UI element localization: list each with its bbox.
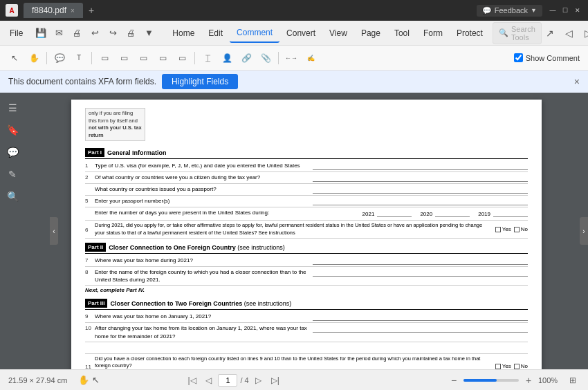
table-row (85, 342, 528, 354)
sidebar-search-icon[interactable]: 🔍 (3, 187, 22, 206)
menu-convert[interactable]: Convert (279, 24, 322, 42)
back-icon-btn[interactable]: ◁ (561, 25, 578, 41)
last-page-button[interactable]: ▷| (268, 373, 282, 387)
save-icon-btn[interactable]: 💾 (33, 25, 49, 41)
measure-btn[interactable]: ←→ (282, 49, 300, 67)
print2-icon-btn[interactable]: 🖨 (122, 25, 139, 41)
minimize-button[interactable]: — (548, 6, 558, 15)
sidebar-annotation-icon[interactable]: ✎ (3, 165, 22, 184)
fit-page-button[interactable]: ⊞ (566, 373, 580, 387)
search-tools-field[interactable]: 🔍 Search Tools (493, 22, 542, 44)
comment-btn[interactable]: 💬 (50, 49, 68, 67)
table-row: Enter the number of days you were presen… (85, 207, 528, 221)
menu-home[interactable]: Home (165, 24, 201, 42)
search-tools-placeholder: Search Tools (511, 25, 535, 41)
comment-toolbar: ↖ ✋ 💬 T ▭ ▭ ▭ ▭ ▭ ⌶ 👤 🔗 📎 ←→ ✍ Show Comm… (0, 46, 588, 71)
menu-items: Home Edit Comment Convert View Page Tool… (165, 24, 490, 43)
forward-icon-btn[interactable]: ▷ (580, 25, 588, 41)
menu-file[interactable]: File (3, 24, 30, 42)
attach-btn[interactable]: 📎 (257, 49, 275, 67)
maximize-button[interactable]: ☐ (560, 6, 570, 15)
redo-icon-btn[interactable]: ↪ (104, 25, 121, 41)
menu-right-buttons: ↗ ◁ ▷ (542, 25, 588, 41)
app-logo: A (6, 4, 18, 17)
menu-bar: File 💾 ✉ 🖨 ↩ ↪ 🖨 ▼ Home Edit Comment Con… (0, 21, 588, 46)
menu-form[interactable]: Form (416, 24, 450, 42)
xfa-notification-bar: This document contains XFA form fields. … (0, 71, 588, 93)
select-cursor-icon[interactable]: ↖ (92, 375, 100, 385)
strikethrough-btn[interactable]: ▭ (134, 49, 152, 67)
menu-page[interactable]: Page (354, 24, 387, 42)
table-row: 2 Of what country or countries were you … (85, 172, 528, 184)
stamp-btn[interactable]: 👤 (218, 49, 236, 67)
table-row: 5 Enter your passport number(s) (85, 196, 528, 207)
share-icon-btn[interactable]: ↗ (542, 25, 558, 41)
print-icon-btn[interactable]: 🖨 (68, 25, 85, 41)
shape-btn[interactable]: ▭ (154, 49, 172, 67)
xfa-close-button[interactable]: × (574, 76, 580, 87)
menu-comment[interactable]: Comment (230, 24, 279, 43)
pan-tool-btn[interactable]: ✋ (25, 49, 43, 67)
form-header-note: Type of U.S. visa (for example, F, J, M,… (85, 108, 145, 141)
table-row: 7 Where was your tax home during 2021? (85, 255, 528, 267)
text-comment-btn[interactable]: T (70, 49, 88, 67)
part-iii-section: Part III Closer Connection to Two Foreig… (85, 297, 528, 369)
undo-icon-btn[interactable]: ↩ (86, 25, 103, 41)
menu-edit[interactable]: Edit (201, 24, 230, 42)
main-area: ☰ 🔖 💬 ✎ 🔍 Type of U.S. visa (for example… (0, 93, 588, 369)
insert-btn[interactable]: ⌶ (199, 49, 217, 67)
toolbar-icon-group: 💾 ✉ 🖨 ↩ ↪ 🖨 ▼ (33, 25, 157, 41)
page-separator: / 4 (240, 376, 248, 384)
zoom-out-button[interactable]: − (447, 373, 461, 387)
menu-view[interactable]: View (322, 24, 354, 42)
menu-tool[interactable]: Tool (387, 24, 416, 42)
highlight-btn[interactable]: ▭ (95, 49, 113, 67)
arrow-btn[interactable]: ▭ (173, 49, 191, 67)
highlight-fields-button[interactable]: Highlight Fields (162, 74, 238, 89)
pan-cursor-icon[interactable]: ✋ (78, 375, 89, 385)
close-window-button[interactable]: ✕ (573, 6, 582, 15)
feedback-label: Feedback (495, 6, 528, 15)
page-dimensions: 21.59 × 27.94 cm (8, 376, 67, 384)
part-ii-header: Part II (85, 243, 106, 252)
left-panel-toggle[interactable]: ‹ (50, 217, 58, 245)
part-iii-title: Closer Connection to Two Foreign Countri… (110, 300, 291, 307)
show-comments-checkbox[interactable] (514, 53, 523, 62)
next-page-button[interactable]: ▷ (252, 373, 266, 387)
feedback-button[interactable]: 💬 Feedback ▼ (477, 5, 542, 17)
feedback-icon: 💬 (482, 6, 492, 15)
sidebar-comment-icon[interactable]: 💬 (3, 142, 22, 162)
toolbar-sep-2 (91, 52, 92, 64)
zoom-in-button[interactable]: + (522, 373, 535, 387)
close-tab-button[interactable]: × (71, 7, 75, 15)
file-tab[interactable]: f8840.pdf × (24, 3, 83, 18)
add-tab-button[interactable]: + (83, 5, 100, 16)
page-navigation: |◁ ◁ / 4 ▷ ▷| (185, 373, 282, 387)
link-btn[interactable]: 🔗 (237, 49, 255, 67)
pdf-viewer: Type of U.S. visa (for example, F, J, M,… (25, 93, 588, 369)
underline-btn[interactable]: ▭ (115, 49, 133, 67)
menu-protect[interactable]: Protect (450, 24, 490, 42)
email-icon-btn[interactable]: ✉ (50, 25, 67, 41)
prev-page-button[interactable]: ◁ (201, 373, 215, 387)
right-panel-toggle[interactable]: › (580, 217, 588, 245)
more-icon-btn[interactable]: ▼ (140, 25, 157, 41)
table-row: 9 Where was your tax home on January 1, … (85, 311, 528, 323)
table-row: 10 After changing your tax home from its… (85, 323, 528, 342)
part-i-title: General Information (107, 149, 167, 156)
sidebar-thumbnail-icon[interactable]: ☰ (3, 98, 22, 118)
page-number-input[interactable] (218, 374, 237, 387)
first-page-button[interactable]: |◁ (185, 373, 199, 387)
signature-btn[interactable]: ✍ (302, 49, 320, 67)
zoom-percent-display: 100% (538, 376, 563, 384)
part-iii-header: Part III (85, 299, 107, 308)
select-tool-btn[interactable]: ↖ (6, 49, 24, 67)
table-row: What country or countries issued you a p… (85, 184, 528, 196)
zoom-slider[interactable] (463, 379, 519, 382)
sidebar-bookmark-icon[interactable]: 🔖 (3, 120, 22, 140)
zoom-slider-fill (463, 379, 497, 382)
show-comments-toggle[interactable]: Show Comment (514, 53, 582, 62)
zoom-controls: − + 100% ⊞ (447, 373, 580, 387)
pdf-page: Type of U.S. visa (for example, F, J, M,… (71, 100, 542, 369)
feedback-dropdown-icon: ▼ (531, 7, 537, 14)
